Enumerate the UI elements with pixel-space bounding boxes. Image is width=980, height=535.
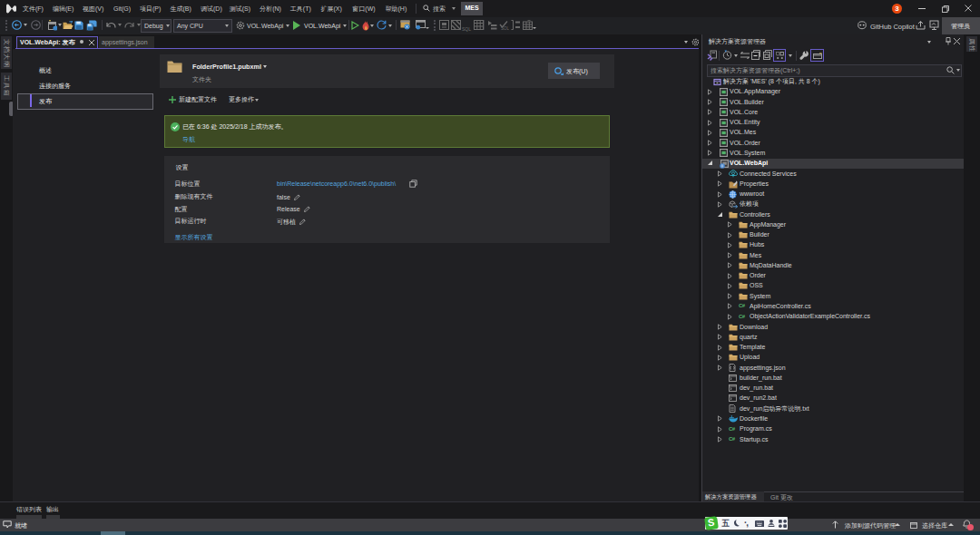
svg-text:SQL: SQL [501,26,509,31]
